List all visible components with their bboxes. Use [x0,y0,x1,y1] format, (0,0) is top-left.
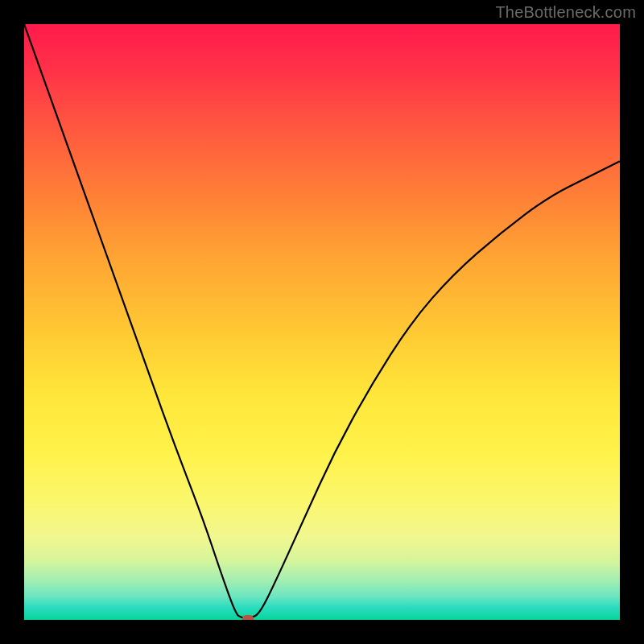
plot-area [24,24,620,620]
chart-frame: TheBottleneck.com [0,0,644,644]
watermark-text: TheBottleneck.com [495,3,636,22]
bottleneck-curve [24,24,620,620]
minimum-marker [242,615,254,620]
